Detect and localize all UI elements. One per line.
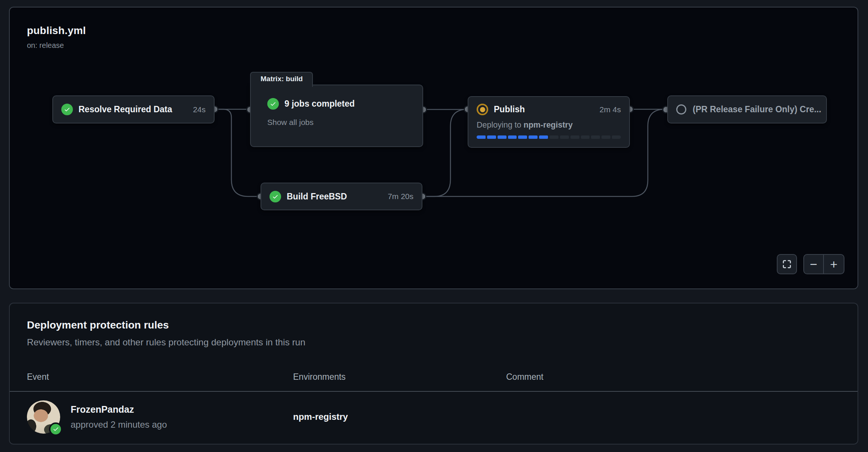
column-header-environments: Environments [293, 372, 506, 382]
success-check-icon [61, 104, 73, 115]
success-check-icon [267, 98, 279, 110]
deploy-progress-bar [477, 135, 621, 139]
approval-status-text: approved 2 minutes ago [71, 419, 167, 430]
pending-circle-icon [676, 104, 686, 114]
job-node-build-freebsd[interactable]: Build FreeBSD 7m 20s [261, 183, 422, 210]
rules-subtitle: Reviewers, timers, and other rules prote… [27, 337, 840, 348]
job-node-pr-release-failure[interactable]: (PR Release Failure Only) Cre... [667, 95, 827, 123]
zoom-in-button[interactable]: + [824, 255, 844, 274]
matrix-group-tab: Matrix: build [250, 72, 313, 87]
deploy-prefix: Deploying to [477, 120, 524, 129]
approver-username[interactable]: FrozenPandaz [71, 404, 167, 415]
in-progress-icon [477, 104, 488, 115]
job-label: Resolve Required Data [79, 104, 172, 114]
job-label: Build FreeBSD [287, 192, 347, 202]
rules-title: Deployment protection rules [27, 319, 840, 331]
job-node-resolve-required-data[interactable]: Resolve Required Data 24s [52, 95, 215, 123]
approved-check-badge [49, 422, 62, 436]
job-label: Publish [494, 104, 525, 114]
column-header-event: Event [27, 372, 293, 382]
zoom-control-group: − + [803, 254, 844, 274]
column-header-comment: Comment [506, 372, 840, 382]
event-cell: FrozenPandaz approved 2 minutes ago [27, 400, 293, 434]
workflow-graph-panel: publish.yml on: release Resolve Required… [9, 7, 858, 289]
matrix-jobs-summary: 9 jobs completed [284, 99, 355, 109]
fullscreen-button[interactable] [777, 254, 797, 274]
fullscreen-icon [782, 259, 792, 269]
job-node-matrix-build[interactable]: 9 jobs completed Show all jobs [250, 85, 423, 147]
job-label: (PR Release Failure Only) Cre... [693, 104, 821, 114]
rules-table-row: FrozenPandaz approved 2 minutes ago npm-… [10, 392, 858, 442]
environment-name: npm-registry [293, 412, 506, 422]
show-all-jobs-link[interactable]: Show all jobs [267, 118, 314, 127]
workflow-edges [10, 7, 859, 290]
matrix-group-label: Matrix: build [261, 75, 303, 83]
rules-table-header: Event Environments Comment [10, 367, 858, 387]
job-node-publish[interactable]: Publish 2m 4s Deploying to npm-registry [468, 96, 630, 148]
zoom-out-button[interactable]: − [804, 255, 824, 274]
job-duration: 2m 4s [593, 105, 621, 114]
deploy-status-line: Deploying to npm-registry [477, 120, 621, 130]
deployment-protection-rules-panel: Deployment protection rules Reviewers, t… [9, 303, 858, 445]
job-duration: 7m 20s [381, 192, 413, 201]
success-check-icon [270, 191, 281, 202]
job-duration: 24s [186, 105, 206, 114]
deploy-target: npm-registry [524, 120, 573, 129]
